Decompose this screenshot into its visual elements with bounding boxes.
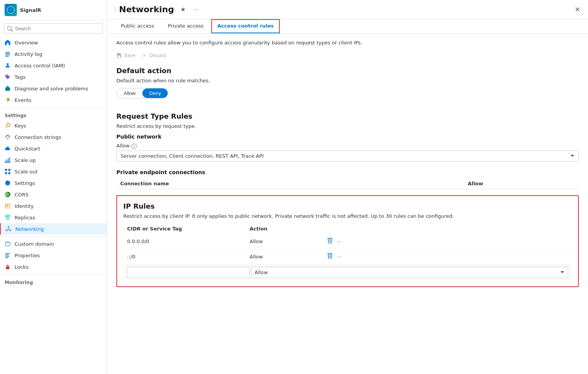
- sidebar-item-custom-domain[interactable]: Custom domain: [0, 238, 107, 250]
- close-button[interactable]: ✕: [575, 5, 580, 14]
- svg-rect-20: [5, 256, 10, 257]
- default-action-description: Default action when no rule matches.: [116, 78, 579, 83]
- ip-rules-section: IP Rules Restrict access by client IP. I…: [116, 195, 579, 287]
- sidebar-label-identity: Identity: [15, 203, 34, 209]
- tab-access-control-rules[interactable]: Access control rules: [211, 19, 280, 33]
- svg-rect-17: [5, 243, 10, 246]
- lightning-icon: [5, 97, 11, 103]
- sidebar-item-quickstart[interactable]: Quickstart: [0, 143, 107, 154]
- trash-icon: [327, 253, 333, 259]
- sidebar-item-locks[interactable]: Locks: [0, 261, 107, 273]
- app-name: SignalR: [20, 7, 41, 13]
- ip-row-actions-1: ···: [326, 252, 568, 261]
- sidebar-item-networking[interactable]: Networking: [0, 223, 107, 235]
- gear-icon: [5, 180, 11, 186]
- col-allow: Allow: [468, 181, 544, 186]
- svg-point-5: [7, 63, 8, 65]
- sidebar-label-keys: Keys: [15, 123, 26, 129]
- sidebar-label-custom-domain: Custom domain: [15, 241, 54, 247]
- allow-toggle-btn[interactable]: Allow: [117, 88, 142, 98]
- sidebar-label-replicas: Replicas: [15, 215, 35, 220]
- sidebar-item-tags[interactable]: Tags: [0, 71, 107, 83]
- sidebar-item-identity[interactable]: Identity: [0, 200, 107, 212]
- discard-button[interactable]: Discard: [142, 52, 166, 59]
- sidebar-item-properties[interactable]: Properties: [0, 250, 107, 261]
- discard-icon: [142, 53, 147, 58]
- delete-row-0-button[interactable]: [326, 237, 334, 246]
- sidebar-item-overview[interactable]: Overview: [0, 37, 107, 48]
- page-description: Access control rules allow you to config…: [116, 40, 579, 46]
- favorite-button[interactable]: ★: [178, 5, 188, 14]
- sidebar-label-cors: CORS: [15, 192, 29, 198]
- trash-icon: [327, 238, 333, 244]
- sidebar-label-access-control: Access control (IAM): [15, 63, 65, 69]
- svg-point-14: [8, 226, 9, 228]
- id-badge-icon: [5, 203, 11, 209]
- svg-rect-4: [5, 56, 9, 57]
- list-icon: [5, 51, 11, 57]
- save-button[interactable]: Save: [116, 52, 136, 59]
- sidebar-item-events[interactable]: Events: [0, 94, 107, 106]
- sidebar-item-keys[interactable]: Keys: [0, 120, 107, 131]
- cloud-icon: [5, 145, 11, 152]
- sidebar-label-events: Events: [15, 97, 31, 103]
- sidebar-item-cors[interactable]: CORS: [0, 189, 107, 200]
- globe-icon: [5, 191, 11, 198]
- replicas-icon: [5, 214, 11, 220]
- private-endpoint-table-header: Connection name Allow: [116, 178, 579, 189]
- svg-rect-8: [5, 172, 7, 174]
- page-title: Networking: [119, 5, 174, 14]
- sidebar-item-scale-out[interactable]: Scale out: [0, 166, 107, 177]
- sidebar-item-activity-log[interactable]: Activity log: [0, 48, 107, 60]
- request-type-rules-section: Request Type Rules Restrict access by re…: [116, 112, 579, 189]
- svg-rect-1: [5, 52, 10, 53]
- wrench-icon: [5, 85, 11, 91]
- tab-public-access[interactable]: Public access: [115, 19, 160, 33]
- home-icon: [5, 39, 11, 46]
- svg-rect-6: [5, 169, 7, 171]
- monitoring-section-label: Monitoring: [0, 276, 107, 287]
- new-action-dropdown[interactable]: Allow: [251, 267, 568, 278]
- more-row-1-button[interactable]: ···: [336, 253, 342, 260]
- sidebar-label-scale-up: Scale up: [15, 157, 36, 163]
- chevron-down-icon: [570, 154, 575, 158]
- svg-rect-19: [5, 255, 9, 255]
- sidebar-item-diagnose[interactable]: Diagnose and solve problems: [0, 83, 107, 94]
- sidebar-item-access-control[interactable]: Access control (IAM): [0, 60, 107, 71]
- new-ip-rule-row: Allow: [123, 265, 572, 280]
- sidebar-label-quickstart: Quickstart: [15, 146, 40, 152]
- app-logo: [5, 4, 17, 16]
- col-connection-name: Connection name: [120, 181, 468, 186]
- search-container[interactable]: [4, 23, 103, 34]
- chevron-down-icon: [560, 270, 565, 274]
- page-header: Networking ★ ··· ✕: [107, 0, 588, 19]
- api-types-dropdown[interactable]: Server connection, Client connection, RE…: [116, 150, 579, 162]
- sidebar-item-connection-strings[interactable]: Connection strings: [0, 131, 107, 143]
- save-icon: [116, 53, 122, 58]
- allow-deny-toggle[interactable]: Allow Deny: [116, 88, 168, 98]
- tabs-bar: Public access Private access Access cont…: [107, 19, 588, 34]
- divider-2: [0, 236, 107, 237]
- public-network-title: Public network: [116, 134, 579, 140]
- more-row-0-button[interactable]: ···: [336, 237, 342, 245]
- delete-row-1-button[interactable]: [326, 252, 334, 261]
- sidebar-header: SignalR: [0, 0, 107, 20]
- private-endpoint-title: Private endpoint connections: [116, 169, 579, 175]
- ip-table-header: CIDR or Service Tag Action: [123, 224, 572, 234]
- svg-point-12: [8, 215, 10, 217]
- sidebar-item-replicas[interactable]: Replicas: [0, 212, 107, 223]
- monitoring-divider: [0, 274, 107, 274]
- sidebar-item-scale-up[interactable]: Scale up: [0, 154, 107, 166]
- tab-private-access[interactable]: Private access: [162, 19, 209, 33]
- search-input[interactable]: [15, 26, 100, 31]
- deny-toggle-btn[interactable]: Deny: [142, 88, 168, 98]
- header-divider: [115, 6, 115, 13]
- more-button[interactable]: ···: [192, 5, 201, 14]
- svg-rect-3: [5, 55, 10, 56]
- new-cidr-input[interactable]: [127, 267, 250, 278]
- table-row: 0.0.0.0/0 Allow ···: [123, 234, 572, 249]
- svg-rect-18: [5, 253, 10, 254]
- content-area: Access control rules allow you to config…: [107, 34, 588, 374]
- ip-rules-title: IP Rules: [123, 202, 572, 210]
- sidebar-item-settings[interactable]: Settings: [0, 177, 107, 189]
